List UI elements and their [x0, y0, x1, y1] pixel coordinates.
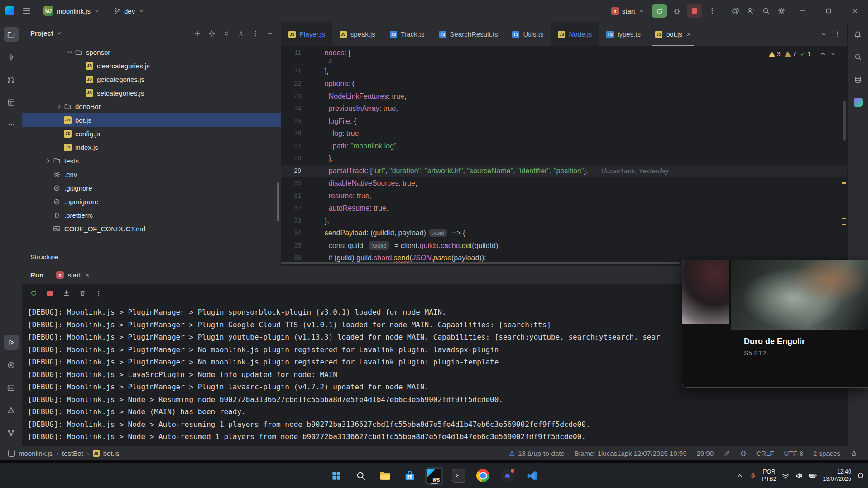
warning-mark[interactable] — [842, 224, 846, 225]
code-line-22[interactable]: 22 options: { — [281, 77, 847, 90]
expand-all-button[interactable] — [220, 27, 233, 40]
locate-file-button[interactable] — [206, 27, 218, 40]
read-lock-toggle[interactable] — [850, 450, 857, 457]
debug-button[interactable] — [669, 3, 685, 19]
battery-icon[interactable] — [809, 471, 817, 480]
project-scrollbar[interactable] — [277, 182, 279, 221]
code-line-28[interactable]: 28 }, — [281, 152, 847, 165]
code-with-me-button[interactable] — [743, 3, 758, 19]
indent-widget[interactable]: 2 spaces — [813, 450, 840, 457]
maximize-button[interactable] — [815, 0, 842, 22]
branch-widget[interactable]: dev — [109, 5, 149, 18]
tree-item-getcategories.js[interactable]: JSgetcategories.js — [22, 72, 281, 86]
tab-bot.js[interactable]: JSbot.js× — [648, 22, 698, 46]
volume-icon[interactable] — [795, 472, 803, 480]
clock[interactable]: 12:40 13/07/2025 — [823, 469, 851, 483]
tab-speak.js[interactable]: JSspeak.js — [332, 22, 383, 46]
weak-warnings-badge[interactable]: 7 — [785, 50, 796, 57]
tab-types.ts[interactable]: TStypes.ts — [599, 22, 648, 46]
structure-panel-header[interactable]: Structure — [22, 248, 281, 266]
tree-item-sponsor[interactable]: sponsor — [22, 45, 281, 59]
next-issue-icon[interactable] — [830, 51, 836, 57]
tree-item-index.js[interactable]: JSindex.js — [22, 140, 281, 154]
more-tool-windows-button[interactable] — [4, 117, 19, 133]
run-tool-button[interactable] — [4, 335, 19, 350]
tree-item-bot.js[interactable]: JSbot.js — [22, 113, 281, 127]
microphone-icon[interactable] — [749, 472, 757, 479]
code-line-27[interactable]: 27 path: "moonlink.log", — [281, 140, 847, 153]
code-line-11[interactable]: 11 nodes: [ — [281, 47, 847, 59]
caret-position[interactable]: 29:90 — [696, 450, 714, 457]
more-actions-button[interactable] — [705, 3, 720, 19]
microsoft-store-button[interactable] — [401, 467, 419, 485]
webstorm-app-button[interactable]: WS — [425, 467, 443, 485]
project-tool-button[interactable] — [4, 27, 19, 42]
tab-SearchResult.ts[interactable]: TSSearchResult.ts — [432, 22, 505, 46]
taskbar-search-button[interactable] — [352, 467, 370, 485]
version-control-tool-button[interactable] — [4, 425, 19, 440]
pull-requests-tool-button[interactable] — [4, 72, 19, 87]
breadcrumb-folder[interactable]: testBot — [62, 450, 83, 457]
start-button[interactable] — [327, 467, 345, 485]
rerun-button[interactable] — [652, 4, 667, 18]
editor-vertical-scrollbar[interactable] — [843, 101, 846, 141]
stop-button[interactable] — [687, 4, 702, 18]
chevron-icon[interactable] — [65, 49, 75, 56]
code-style-widget[interactable]: {} — [740, 450, 746, 456]
code-line-21[interactable]: 21 ], — [281, 65, 847, 78]
rerun-button[interactable] — [27, 287, 40, 300]
encoding-widget[interactable]: UTF-8 — [784, 450, 803, 457]
code-line-32[interactable]: 32 autoResume: true, — [281, 202, 847, 215]
wifi-icon[interactable] — [782, 472, 790, 480]
tree-item-.prettierrc[interactable]: {}.prettierrc — [22, 208, 281, 222]
tray-chevron-up-icon[interactable] — [736, 472, 743, 479]
tab-Node.js[interactable]: JSNode.js — [551, 22, 599, 46]
inspection-widget[interactable]: 3 7 ✓1 — [765, 49, 840, 59]
tree-item-setcategories.js[interactable]: JSsetcategories.js — [22, 86, 281, 100]
database-tool-button[interactable] — [850, 72, 866, 87]
column-mode-toggle[interactable] — [724, 450, 730, 457]
discord-app-button[interactable] — [499, 467, 517, 485]
notifications-button[interactable] — [850, 27, 866, 42]
notification-bell-icon[interactable] — [857, 472, 864, 479]
tree-item-CODE_OF_CONDUCT.md[interactable]: CODE_OF_CONDUCT.md — [22, 222, 281, 235]
close-button[interactable] — [842, 0, 868, 22]
warning-mark[interactable] — [842, 182, 846, 184]
pip-video-frame[interactable] — [731, 260, 868, 330]
project-panel-title[interactable]: Project — [30, 29, 62, 37]
tree-item-denoBot[interactable]: denoBot — [22, 100, 281, 113]
ai-assistant-button[interactable]: @ — [728, 3, 743, 19]
chevron-icon[interactable] — [43, 158, 53, 164]
code-line-29[interactable]: 29 partialTrack: ["url", "duration", "ar… — [281, 165, 847, 177]
code-line-26[interactable]: 26 log: true, — [281, 127, 847, 140]
minimize-button[interactable] — [789, 0, 815, 22]
breadcrumb-file[interactable]: bot.js — [103, 450, 120, 457]
code-line-35[interactable]: 35 const guild :Guild = client.guilds.ca… — [281, 239, 847, 252]
warning-mark[interactable] — [842, 218, 846, 219]
tree-item-clearcategories.js[interactable]: JSclearcategories.js — [22, 59, 281, 72]
file-explorer-button[interactable] — [376, 467, 394, 485]
prev-issue-icon[interactable] — [820, 51, 826, 57]
commit-tool-button[interactable] — [4, 49, 19, 65]
main-menu-button[interactable] — [19, 3, 34, 19]
search-everywhere-button[interactable] — [758, 3, 774, 19]
clear-console-button[interactable] — [76, 287, 89, 300]
structure-tool-button[interactable] — [4, 95, 19, 110]
code-line-25[interactable]: 25 logFile: { — [281, 115, 847, 128]
tab-options-button[interactable] — [831, 28, 844, 41]
console-options-button[interactable] — [92, 287, 106, 300]
vcs-sync-status[interactable]: 18 Δ/up-to-date — [508, 450, 565, 457]
close-tab-icon[interactable]: × — [687, 31, 691, 38]
settings-button[interactable] — [774, 3, 789, 19]
problems-tool-button[interactable] — [4, 402, 19, 418]
collapse-all-button[interactable] — [235, 27, 247, 40]
options-button[interactable] — [249, 27, 262, 40]
tab-Utils.ts[interactable]: TSUtils.ts — [505, 22, 551, 46]
tab-Player.js[interactable]: JSPlayer.js — [281, 22, 332, 46]
editor-horizontal-scrollbar[interactable] — [281, 262, 680, 264]
tree-item-.npmignore[interactable]: .npmignore — [22, 195, 281, 208]
warnings-badge[interactable]: 3 — [769, 50, 781, 57]
vscode-app-button[interactable] — [523, 467, 541, 485]
add-button[interactable] — [191, 27, 204, 40]
code-line-33[interactable]: 33 }, — [281, 215, 847, 227]
